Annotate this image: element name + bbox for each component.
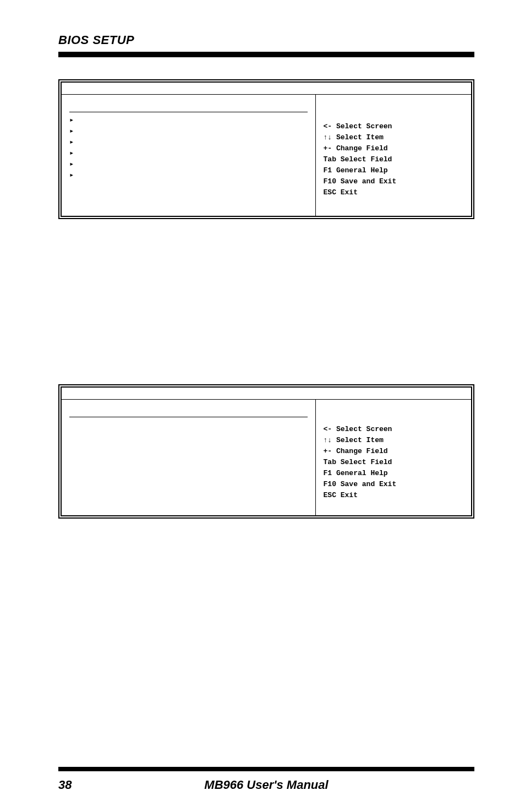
menu-item-arrow[interactable]: ▸: [69, 170, 308, 181]
bios-panel-2: <- Select Screen ↑↓ Select Item +- Chang…: [58, 384, 474, 519]
menu-item-arrow[interactable]: ▸: [69, 137, 308, 148]
help-select-item: ↑↓ Select Item: [324, 132, 463, 143]
menu-item-arrow[interactable]: ▸: [69, 159, 308, 170]
help-select-screen: <- Select Screen: [324, 121, 463, 132]
help-tab-select: Tab Select Field: [324, 154, 463, 165]
bios-menu-area: [62, 400, 316, 515]
menu-item-arrow[interactable]: ▸: [69, 126, 308, 137]
menu-item-arrow[interactable]: ▸: [69, 148, 308, 159]
header-rule: [58, 52, 474, 57]
help-esc-exit: ESC Exit: [324, 490, 463, 501]
help-change-field: +- Change Field: [324, 446, 463, 457]
footer-rule: [58, 767, 474, 771]
manual-title: MB966 User's Manual: [204, 778, 328, 792]
menu-item-arrow[interactable]: ▸: [69, 115, 308, 126]
help-esc-exit: ESC Exit: [324, 187, 463, 198]
bios-subheader: [69, 405, 308, 417]
page-number: 38: [58, 778, 72, 792]
bios-menu-items: ▸ ▸ ▸ ▸ ▸ ▸: [69, 112, 308, 181]
bios-help-area: <- Select Screen ↑↓ Select Item +- Chang…: [316, 95, 471, 216]
help-select-item: ↑↓ Select Item: [324, 435, 463, 446]
help-general-help: F1 General Help: [324, 468, 463, 479]
bios-title-bar: [62, 388, 471, 400]
bios-panel-1: ▸ ▸ ▸ ▸ ▸ ▸ <- Select Screen ↑↓ Select I…: [58, 79, 474, 219]
bios-title-bar: [62, 83, 471, 95]
help-save-exit: F10 Save and Exit: [324, 479, 463, 490]
help-save-exit: F10 Save and Exit: [324, 176, 463, 187]
bios-subheader: [69, 100, 308, 112]
help-change-field: +- Change Field: [324, 143, 463, 154]
help-select-screen: <- Select Screen: [324, 424, 463, 435]
bios-menu-area: ▸ ▸ ▸ ▸ ▸ ▸: [62, 95, 316, 216]
help-tab-select: Tab Select Field: [324, 457, 463, 468]
bios-help-area: <- Select Screen ↑↓ Select Item +- Chang…: [316, 400, 471, 515]
help-general-help: F1 General Help: [324, 165, 463, 176]
section-header: BIOS SETUP: [58, 33, 474, 47]
